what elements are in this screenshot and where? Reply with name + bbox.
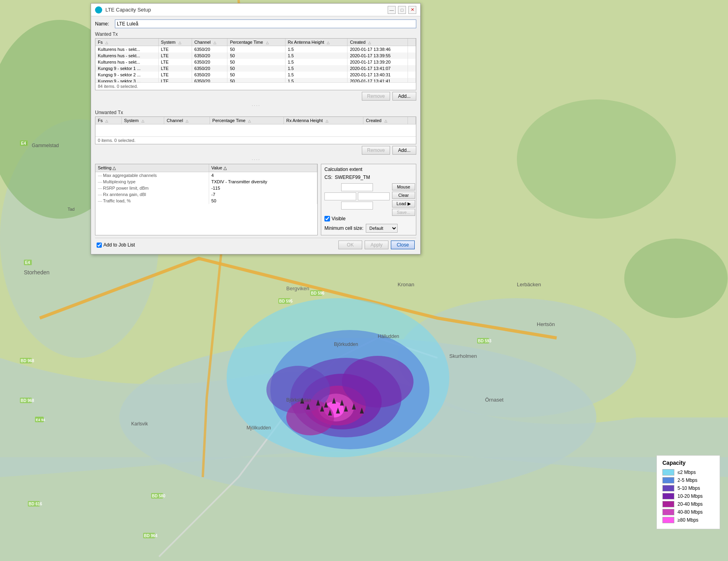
table-row[interactable]: —Rx anntenna gain, dBl -7 [95,191,317,198]
svg-text:Lerbäcken: Lerbäcken [517,281,541,287]
cell-channel: 6350/20 [192,46,227,53]
mouse-button[interactable]: Mouse [392,183,415,190]
svg-text:Björkskatan: Björkskatan [286,397,311,403]
resize-handle-1[interactable]: · · · · [95,103,416,108]
wanted-tx-status: 84 items. 0 selected. [95,82,416,90]
cell-setting: —RSRP power limit, dBm [95,185,209,191]
settings-col-setting[interactable]: Setting △ [95,164,209,172]
visible-checkbox[interactable] [324,216,330,221]
svg-point-12 [302,374,382,429]
legend-item: 10-20 Mbps [662,493,714,499]
legend-item: ≤2 Mbps [662,469,714,476]
svg-text:Hälludden: Hälludden [378,334,399,339]
cell-extra [408,52,416,59]
clear-button[interactable]: Clear [392,192,415,199]
cell-system: LTE [158,52,192,59]
wanted-tx-label: Wanted Tx [95,31,416,37]
unwanted-tx-status: 0 items. 0 selected. [95,136,416,144]
wanted-col-fs[interactable]: Fs △ [95,39,158,46]
save-button[interactable]: Save... [392,209,415,216]
legend-title: Capacity [662,460,714,466]
legend-color-swatch [662,509,674,515]
ok-button[interactable]: OK [338,241,362,249]
load-button[interactable]: Load ▶ [392,200,415,208]
maximize-button[interactable]: □ [398,6,406,14]
svg-marker-23 [336,408,340,413]
svg-rect-56 [28,501,40,507]
cs-row: CS: SWEREF99_TM [324,175,413,180]
minimize-button[interactable]: — [388,6,396,14]
table-row[interactable]: Kulturens hus - sekt... LTE 6350/20 50 1… [95,46,416,53]
table-row[interactable]: Kungsg 9 - sektor 1 ... LTE 6350/20 50 1… [95,65,416,72]
table-row[interactable]: Kungsg 9 - sektor 2 ... LTE 6350/20 50 1… [95,72,416,78]
unwanted-col-channel[interactable]: Channel △ [164,117,210,124]
wanted-col-channel[interactable]: Channel △ [192,39,227,46]
cell-channel: 6350/20 [192,52,227,59]
svg-point-17 [342,356,414,408]
table-row[interactable]: —Multiplexing type TXDIV - Transmitter d… [95,179,317,185]
table-row[interactable]: Kungsg 9 - sektor 3 ... LTE 6350/20 50 1… [95,78,416,82]
wanted-remove-button[interactable]: Remove [362,92,390,101]
svg-text:Gammelstad: Gammelstad [32,143,59,148]
cell-created: 2020-01-17 13:41:07 [347,65,408,72]
svg-text:BD 596: BD 596 [311,291,324,295]
cell-created: 2020-01-17 13:41:41 [347,78,408,82]
table-row[interactable]: —Traffic load, % 50 [95,198,317,204]
legend-color-swatch [662,517,674,523]
unwanted-add-button[interactable]: Add... [392,146,416,155]
wanted-col-rx[interactable]: Rx Antenna Height △ [285,39,347,46]
cell-created: 2020-01-17 13:39:55 [347,52,408,59]
settings-col-value[interactable]: Value △ [209,164,317,172]
svg-point-8 [624,239,728,318]
legend-item: 20-40 Mbps [662,501,714,507]
wanted-col-pct[interactable]: Percentage Time △ [227,39,285,46]
table-row[interactable]: —RSRP power limit, dBm -115 [95,185,317,191]
add-job-row: Add to Job List [97,242,135,248]
svg-text:BD 593: BD 593 [478,339,491,343]
wanted-tx-btn-row: Remove Add... [95,92,416,101]
unwanted-remove-button[interactable]: Remove [362,146,390,155]
unwanted-col-fs[interactable]: Fs △ [95,117,121,124]
cell-system: LTE [158,46,192,53]
resize-handle-2[interactable]: · · · · [95,157,416,162]
legend-color-swatch [662,477,674,483]
unwanted-col-pct[interactable]: Percentage Time △ [210,117,284,124]
svg-text:Tad: Tad [68,207,75,212]
cell-created: 2020-01-17 13:39:20 [347,59,408,65]
legend-item: 5-10 Mbps [662,485,714,491]
wanted-col-created[interactable]: Created △ [347,39,408,46]
unwanted-col-created[interactable]: Created △ [363,117,408,124]
legend-color-swatch [662,469,674,476]
coord-bottom-row [324,202,390,210]
wanted-tx-table: Fs △ System △ Channel △ Percentage Time … [95,39,416,82]
calc-buttons-col: Mouse Clear Load ▶ Save... [392,183,415,216]
cell-rx: 1.5 [285,72,347,78]
close-button[interactable]: ✕ [408,6,416,14]
apply-button[interactable]: Apply [365,241,388,249]
coord-bottom-input[interactable] [341,202,373,210]
cell-rx: 1.5 [285,52,347,59]
svg-point-9 [227,298,449,457]
svg-text:BD 616: BD 616 [29,502,42,506]
add-to-job-checkbox[interactable] [97,243,102,248]
wanted-col-system[interactable]: System △ [158,39,192,46]
table-row[interactable]: —Max aggregatable channels 4 [95,172,317,179]
dialog-close-button[interactable]: Close [391,241,415,249]
min-cell-select[interactable]: Default Small Medium Large [366,224,398,233]
table-row[interactable]: Kulturens hus - sekt... LTE 6350/20 50 1… [95,52,416,59]
capacity-legend: Capacity ≤2 Mbps2-5 Mbps5-10 Mbps10-20 M… [656,455,720,529]
coord-right-input[interactable] [358,192,390,200]
svg-text:E4 94: E4 94 [36,418,45,422]
unwanted-col-rx[interactable]: Rx Antenna Height △ [283,117,363,124]
min-cell-label: Minimum cell size: [324,225,363,231]
wanted-tx-scroll[interactable]: Fs △ System △ Channel △ Percentage Time … [95,39,416,82]
svg-point-0 [119,338,596,497]
dialog-title: LTE Capacity Setup [105,7,388,13]
coord-top-input[interactable] [341,183,373,191]
unwanted-col-system[interactable]: System △ [121,117,164,124]
svg-marker-28 [306,404,310,410]
table-row[interactable]: Kulturens hus - sekt... LTE 6350/20 50 1… [95,59,416,65]
name-input[interactable] [115,19,416,28]
coord-left-input[interactable] [324,192,356,200]
wanted-add-button[interactable]: Add... [392,92,416,101]
